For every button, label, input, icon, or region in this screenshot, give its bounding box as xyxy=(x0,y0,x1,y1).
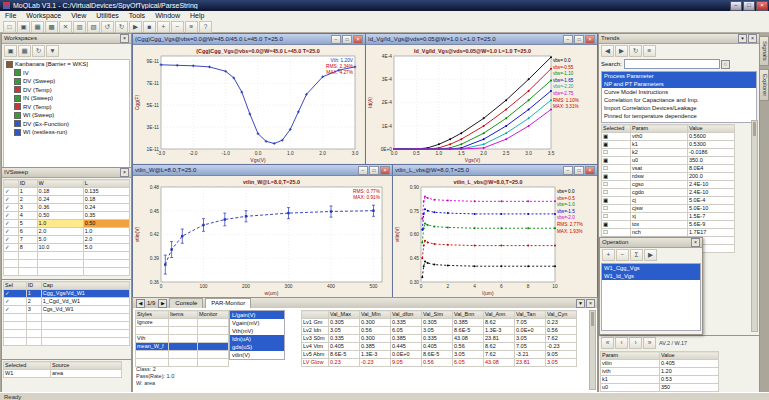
minimize-icon[interactable]: − xyxy=(563,166,573,175)
table-row[interactable]: vtlin0.405 xyxy=(601,360,719,368)
console-scrollbar[interactable] xyxy=(589,310,596,390)
table-row[interactable]: Lv1 Gm0.3050.3000.3350.3050.3858.627.050… xyxy=(302,319,577,327)
table-row[interactable]: Lv5 Abm8.6E-51.3E-30.0E+08.6E-53.057.62-… xyxy=(302,351,577,359)
column-header[interactable]: Styles xyxy=(136,311,169,319)
extraction-step[interactable]: Import Correlation Devices/Leakage xyxy=(602,104,756,112)
next-icon[interactable]: › xyxy=(629,337,642,349)
table-row[interactable]: ☐cgso2.4E-10 xyxy=(602,181,735,189)
settings-icon[interactable]: ≡ xyxy=(185,21,198,33)
maximize-icon[interactable]: □ xyxy=(574,166,584,175)
column-header[interactable]: Value xyxy=(688,125,735,133)
panel-menu-icon[interactable]: ▼ xyxy=(576,299,585,308)
table-row[interactable]: LV Glow0.23-0.239.050.566.0543.0823.813.… xyxy=(302,359,577,367)
tab-par-monitor[interactable]: PAR-Monitor xyxy=(205,298,251,308)
help-icon[interactable]: ? xyxy=(199,21,212,33)
search-icon[interactable]: ○ xyxy=(721,60,730,69)
table-row[interactable]: ✓30.360.24 xyxy=(4,204,130,212)
table-row[interactable]: k10.53 xyxy=(601,376,719,384)
table-row[interactable]: Ignore xyxy=(136,319,229,327)
close-button[interactable]: × xyxy=(756,1,768,11)
column-header[interactable] xyxy=(4,180,19,188)
column-header[interactable]: ID xyxy=(26,282,41,290)
table-row[interactable] xyxy=(4,260,130,268)
monitor-signal[interactable]: gds(uS) xyxy=(230,343,284,351)
undo-icon[interactable]: ↺ xyxy=(101,21,114,33)
chart-window-titlebar[interactable]: vtlin_W@L=8.0,T=25.0 − □ × xyxy=(133,165,392,176)
monitor-signal[interactable]: Vth(mV) xyxy=(230,327,284,335)
table-row[interactable] xyxy=(136,327,229,335)
extraction-step[interactable]: Curve Model Instructions xyxy=(602,88,756,96)
minimize-button[interactable]: − xyxy=(730,1,742,11)
column-header[interactable]: Items xyxy=(169,311,198,319)
maximize-icon[interactable]: □ xyxy=(342,35,352,44)
tree-item[interactable]: WI (Sweep) xyxy=(4,111,129,120)
table-row[interactable] xyxy=(4,268,130,276)
monitor-signal[interactable]: Idn(uA) xyxy=(230,335,284,343)
operation-item[interactable]: W1_Id_Vgs xyxy=(602,272,700,280)
refresh-icon[interactable]: ↻ xyxy=(629,45,642,57)
refresh-icon[interactable]: ↻ xyxy=(32,45,45,57)
table-row[interactable]: ✓21_Cgd_Vd_W1 xyxy=(4,298,130,306)
column-header[interactable]: Value xyxy=(660,352,719,360)
remove-icon[interactable]: − xyxy=(616,249,629,261)
column-header[interactable]: ID xyxy=(18,180,37,188)
chart-window-titlebar[interactable]: vtlin_L_vbs@W=8.0,T=25.0 − □ × xyxy=(393,165,597,176)
tree-item[interactable]: WI (restless-run) xyxy=(4,128,129,137)
open-icon[interactable]: ▣ xyxy=(4,45,17,57)
maximize-icon[interactable]: □ xyxy=(574,35,584,44)
extraction-step[interactable]: Correlation for Capacitance and Imp. xyxy=(602,96,756,104)
column-header[interactable]: Val_Max xyxy=(329,311,360,319)
table-row[interactable]: ☐xj1.5E-7 xyxy=(602,213,735,221)
settings-icon[interactable]: ≡ xyxy=(643,45,656,57)
vtlin-l-chart[interactable]: 02468100.300.450.600.750.90vtlin_L_vbs@W… xyxy=(393,176,595,296)
panel-close-icon[interactable]: × xyxy=(748,34,757,43)
table-row[interactable]: u0350 xyxy=(601,384,719,392)
operation-item[interactable]: W1_Cgg_Vgs xyxy=(602,264,700,272)
menu-view[interactable]: View xyxy=(66,11,91,21)
copy-icon[interactable]: ▥ xyxy=(73,21,86,33)
cgg-vgs-chart[interactable]: -3.0-2.0-1.00.01.02.03.01E-113E-115E-117… xyxy=(133,45,363,163)
minimize-icon[interactable]: − xyxy=(563,35,573,44)
table-row[interactable]: ✓51.00.50 xyxy=(4,220,130,228)
trends-panel-title[interactable]: Trends ▾ × xyxy=(599,34,759,44)
save-icon[interactable]: ▦ xyxy=(31,21,44,33)
column-header[interactable]: Source xyxy=(51,362,122,370)
workspaces-panel-title[interactable]: Workspaces × xyxy=(2,34,131,44)
sum-icon[interactable]: Σ xyxy=(630,249,643,261)
filter-icon[interactable]: ▼ xyxy=(46,45,59,57)
column-header[interactable]: Val_Min xyxy=(360,311,391,319)
back-icon[interactable]: ◀ xyxy=(601,45,614,57)
extraction-step[interactable]: Pinned for temperature dependence xyxy=(602,112,756,120)
column-header[interactable]: Cap xyxy=(41,282,129,290)
close-icon[interactable]: × xyxy=(585,166,595,175)
table-row[interactable] xyxy=(4,338,130,346)
column-header[interactable] xyxy=(302,311,329,319)
operation-panel-title[interactable]: Operation × xyxy=(600,238,702,248)
close-icon[interactable]: × xyxy=(585,35,595,44)
chart-window-titlebar[interactable]: Id_Vg/Id_Vgs@vds=0.05@W=1.0 L=1.0 T=25.0… xyxy=(366,34,597,45)
table-row[interactable]: ▣tox5.6E-9 xyxy=(602,221,735,229)
menu-window[interactable]: Window xyxy=(150,11,185,21)
column-header[interactable]: Sel xyxy=(4,282,27,290)
tab-console[interactable]: Console xyxy=(169,298,203,308)
zoomin-icon[interactable]: + xyxy=(157,21,170,33)
column-header[interactable]: W xyxy=(37,180,83,188)
column-header[interactable]: Param xyxy=(601,352,660,360)
table-row[interactable]: ☐cjsw5.0E-10 xyxy=(602,205,735,213)
table-row[interactable]: ✓62.01.0 xyxy=(4,228,130,236)
column-header[interactable]: Param xyxy=(631,125,688,133)
table-row[interactable]: ☐vsat8.0E4 xyxy=(602,165,735,173)
table-row[interactable]: ☐k2-0.0186 xyxy=(602,149,735,157)
table-row[interactable]: ✓1Cgg_Vgs/Vd_W1 xyxy=(4,290,130,298)
table-row[interactable]: Lv4 Vtm0.4050.3850.4450.4050.568.627.05-… xyxy=(302,343,577,351)
tree-item[interactable]: DV (Temp) xyxy=(4,86,129,95)
column-header[interactable]: Val_Tan xyxy=(515,311,546,319)
maximize-button[interactable]: □ xyxy=(743,1,755,11)
id-vgs-chart[interactable]: 0.00.51.01.52.02.53.03.50E+01E-42E-43E-4… xyxy=(366,45,595,163)
minimize-icon[interactable]: − xyxy=(331,35,341,44)
menu-file[interactable]: File xyxy=(0,11,21,21)
tree-item[interactable]: Kanbanara [Barrier = WKS] xyxy=(4,60,129,69)
tree-item[interactable]: IV xyxy=(4,69,129,78)
column-header[interactable]: Val_Ann xyxy=(484,311,515,319)
table-row[interactable]: ▣cj5.0E-4 xyxy=(602,197,735,205)
